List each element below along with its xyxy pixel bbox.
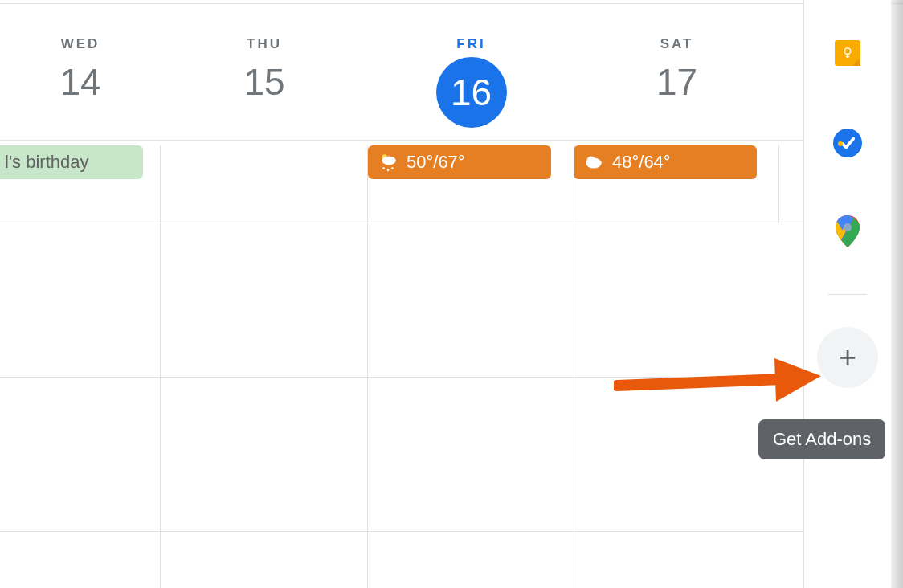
window-edge [891, 0, 903, 588]
svg-point-6 [586, 156, 595, 165]
grid-cell[interactable] [161, 378, 368, 531]
grid-cell[interactable] [0, 532, 161, 588]
svg-point-3 [387, 169, 390, 171]
grid-row[interactable] [0, 377, 803, 531]
snow-cloud-icon [378, 152, 398, 173]
grid-row[interactable] [0, 223, 803, 377]
maps-icon [836, 215, 860, 251]
tasks-icon [833, 129, 862, 157]
day-number[interactable]: 17 [656, 60, 697, 104]
grid-cell[interactable] [0, 223, 161, 377]
day-column-thu[interactable]: THU 15 [161, 4, 368, 140]
grid-cell[interactable] [368, 223, 574, 377]
calendar-grid[interactable]: WED 14 THU 15 FRI 16 SAT 17 l's birthday… [0, 4, 803, 588]
weekday-label: SAT [574, 36, 779, 52]
grid-cell[interactable] [368, 532, 574, 588]
svg-point-1 [382, 156, 395, 165]
addons-tooltip: Get Add-ons [758, 419, 885, 459]
day-column-fri[interactable]: FRI 16 [368, 4, 574, 140]
grid-cell[interactable] [368, 378, 574, 531]
grid-row[interactable] [0, 531, 803, 588]
grid-cell[interactable] [161, 223, 368, 377]
grid-cell[interactable] [574, 532, 779, 588]
day-column-sat[interactable]: SAT 17 [574, 4, 779, 140]
tooltip-text: Get Add-ons [773, 429, 871, 449]
side-separator [828, 294, 867, 295]
side-panel: + [804, 0, 891, 588]
get-addons-button[interactable]: + [817, 327, 878, 388]
day-headers-row: WED 14 THU 15 FRI 16 SAT 17 [0, 4, 803, 141]
weather-temp: 50°/67° [407, 152, 465, 173]
grid-cell[interactable] [161, 532, 368, 588]
weekday-label: WED [0, 36, 161, 52]
cloud-icon [583, 152, 604, 173]
svg-point-10 [844, 223, 852, 231]
weather-temp: 48°/64° [612, 152, 671, 173]
day-number-today[interactable]: 16 [436, 57, 507, 128]
day-number[interactable]: 14 [59, 60, 100, 104]
svg-point-2 [382, 167, 385, 169]
weekday-label: FRI [368, 36, 574, 52]
all-day-events-row: l's birthday 50°/67° 48°/64° [0, 145, 803, 181]
day-column-wed[interactable]: WED 14 [0, 4, 161, 140]
grid-cell[interactable] [574, 223, 779, 377]
weather-event-sat[interactable]: 48°/64° [574, 145, 757, 179]
keep-icon [835, 40, 860, 66]
svg-point-7 [844, 48, 851, 55]
grid-cell[interactable] [574, 378, 779, 531]
birthday-event-chip[interactable]: l's birthday [0, 145, 143, 179]
day-number[interactable]: 15 [243, 60, 284, 104]
plus-icon: + [839, 341, 856, 375]
tasks-button[interactable] [831, 127, 864, 159]
event-title: l's birthday [5, 152, 88, 173]
keep-button[interactable] [831, 37, 864, 69]
weekday-label: THU [161, 36, 368, 52]
svg-point-4 [391, 167, 394, 169]
grid-cell[interactable] [0, 378, 161, 531]
time-grid[interactable] [0, 223, 803, 588]
weather-event-fri[interactable]: 50°/67° [368, 145, 551, 179]
maps-button[interactable] [831, 217, 864, 249]
